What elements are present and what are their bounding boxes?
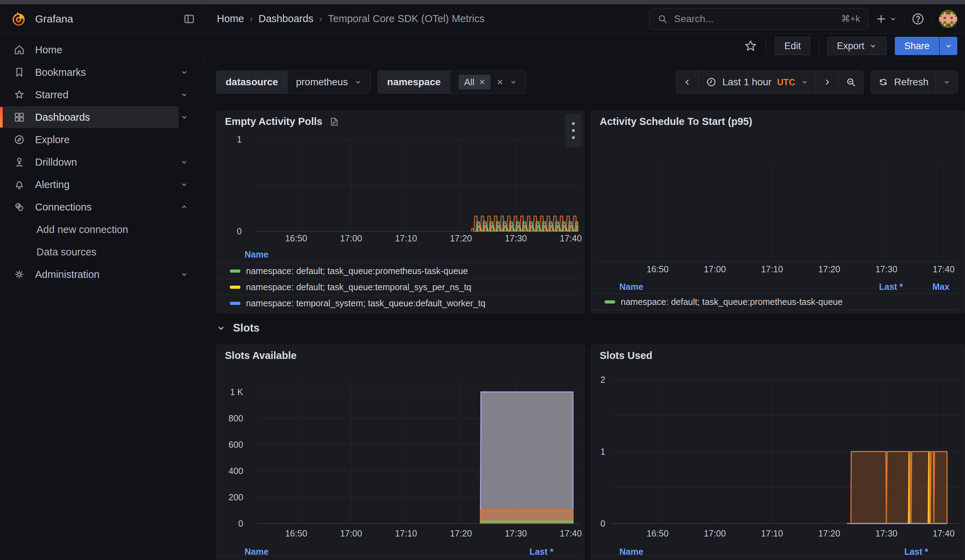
chevron-down-icon (180, 113, 188, 121)
sidebar-toggle-button[interactable] (183, 13, 195, 25)
chevron-down-icon (180, 270, 188, 279)
namespace-chip-all[interactable]: All× (459, 75, 491, 90)
time-range-group: Last 1 hour UTC (676, 70, 864, 94)
panel-menu-button[interactable] (565, 114, 581, 147)
sidebar-item-label: Add new connection (36, 224, 128, 235)
legend-series-name: namespace: temporal_system; task_queue:d… (246, 298, 485, 309)
legend-column-last[interactable]: Last * (879, 280, 903, 293)
time-shift-back-button[interactable] (676, 71, 699, 93)
grid-icon (13, 111, 25, 123)
export-button[interactable]: Export (828, 37, 886, 55)
x-tick-label: 17:30 (875, 264, 898, 274)
search-input[interactable] (674, 13, 836, 25)
chevron-down-icon (943, 78, 950, 86)
series-color-pill (230, 286, 240, 289)
refresh-button[interactable]: Refresh (871, 71, 936, 93)
section-title: Slots (233, 322, 260, 335)
x-tick-label: 17:00 (340, 528, 362, 538)
x-tick-label: 17:20 (450, 528, 472, 538)
sidebar-item-connections[interactable]: Connections (0, 196, 204, 218)
legend-row-0[interactable]: namespace: default; task_queue:prometheu… (216, 555, 579, 560)
avatar[interactable] (939, 10, 957, 28)
sidebar-item-home[interactable]: Home (0, 39, 204, 61)
time-controls: Last 1 hour UTC (676, 70, 958, 94)
sidebar-item-add-new-connection[interactable]: Add new connection (0, 218, 204, 241)
sidebar-item-data-sources[interactable]: Data sources (0, 241, 204, 263)
time-shift-forward-button[interactable] (816, 71, 839, 93)
sidebar-item-label: Bookmarks (35, 67, 86, 78)
grafana-logo (10, 11, 27, 27)
legend-column-name[interactable]: Name (245, 248, 268, 261)
share-caret-button[interactable] (939, 37, 957, 55)
sidebar-item-dashboards[interactable]: Dashboards (0, 106, 204, 129)
x-tick-label: 17:00 (340, 233, 362, 243)
chevron-down-icon (180, 180, 188, 189)
sidebar-item-drilldown[interactable]: Drilldown (0, 151, 204, 173)
sidebar-item-label: Administration (35, 269, 100, 280)
namespace-select[interactable]: All× × (450, 71, 526, 93)
slots-available-chart[interactable]: 16:5017:0017:1017:2017:3017:401 K8006004… (216, 345, 584, 560)
legend-row-0[interactable]: namespace: default; task_queue:prometheu… (591, 293, 960, 310)
sidebar-item-label: Drilldown (35, 157, 77, 168)
drilldown-icon (13, 156, 25, 168)
y-tick-label: 0 (237, 226, 242, 236)
sidebar-item-bookmarks[interactable]: Bookmarks (0, 61, 204, 83)
sidebar-item-label: Dashboards (35, 112, 90, 123)
chevron-down-icon (945, 42, 952, 50)
dashboard-toolbar: Edit Export Share (205, 34, 965, 59)
x-tick-label: 17:10 (761, 528, 783, 538)
app-header: Grafana Home › Dashboards › Temporal Cor… (0, 4, 965, 34)
series-color-pill (605, 300, 615, 304)
add-button[interactable] (875, 13, 897, 25)
legend-row-2[interactable]: namespace: temporal_system; task_queue:d… (216, 295, 579, 311)
legend-series-name: namespace: default; task_queue:temporal_… (246, 282, 471, 292)
search-box[interactable]: ⌘+k (649, 8, 868, 30)
legend-column-name[interactable]: Name (619, 280, 643, 293)
slots-used-chart[interactable]: 16:5017:0017:1017:2017:3017:40210 (591, 345, 965, 560)
toolbar-divider (766, 38, 766, 54)
sidebar-item-administration[interactable]: Administration (0, 263, 204, 286)
time-range-picker[interactable]: Last 1 hour UTC (699, 71, 816, 93)
legend-row-1[interactable]: namespace: default; task_queue:temporal_… (216, 279, 579, 295)
panel-slots-available: Slots Available 16:5017:0017:1017:2017:3… (216, 344, 585, 560)
legend-row-0[interactable]: namespace: default; task_queue:prometheu… (216, 263, 579, 279)
y-tick-label: 800 (229, 413, 243, 423)
sidebar-item-starred[interactable]: Starred (0, 83, 204, 106)
panel-title: Empty Activity Polls (225, 116, 339, 127)
breadcrumb-dashboards[interactable]: Dashboards (258, 13, 313, 24)
section-slots[interactable]: Slots (216, 320, 260, 336)
sidebar: HomeBookmarksStarredDashboardsExploreDri… (0, 34, 205, 560)
share-button[interactable]: Share (895, 37, 939, 55)
legend-series-name: namespace: default; task_queue:prometheu… (246, 558, 468, 560)
legend-series-name: namespace: default; task_queue:prometheu… (246, 266, 468, 276)
help-button[interactable] (911, 12, 925, 26)
star-icon (13, 89, 25, 101)
x-tick-label: 17:40 (560, 233, 582, 243)
panel-description-icon[interactable] (329, 116, 339, 127)
panel-activity-schedule-to-start: Activity Schedule To Start (p95) 16:5017… (591, 111, 965, 313)
legend-column-max[interactable]: Max (932, 280, 950, 293)
refresh-group: Refresh (870, 70, 958, 94)
filters-row: datasource prometheus namespace All× × (216, 70, 958, 94)
x-tick-label: 17:10 (395, 528, 417, 538)
main-content: Edit Export Share datasource prometheus (205, 34, 965, 560)
chevron-down-icon (801, 78, 808, 86)
breadcrumb-separator: › (319, 13, 322, 24)
zoom-out-button[interactable] (839, 71, 863, 93)
section-collapse-icon[interactable] (216, 323, 226, 333)
datasource-select[interactable]: prometheus (288, 71, 370, 93)
edit-button[interactable]: Edit (775, 37, 810, 55)
remove-chip-icon[interactable]: × (479, 77, 485, 88)
legend-row-0[interactable]: namespace: default; task_queue:prometheu… (591, 555, 960, 560)
sidebar-item-explore[interactable]: Explore (0, 129, 204, 151)
refresh-icon (878, 77, 888, 87)
clear-all-icon[interactable]: × (497, 76, 503, 88)
bookmark-icon (13, 66, 25, 78)
gear-icon (13, 268, 25, 280)
breadcrumb-home[interactable]: Home (217, 13, 244, 24)
star-dashboard-button[interactable] (744, 39, 757, 53)
x-tick-label: 16:50 (285, 233, 307, 243)
sidebar-item-alerting[interactable]: Alerting (0, 173, 204, 196)
x-tick-label: 17:40 (933, 528, 955, 538)
refresh-interval-button[interactable] (936, 71, 958, 93)
